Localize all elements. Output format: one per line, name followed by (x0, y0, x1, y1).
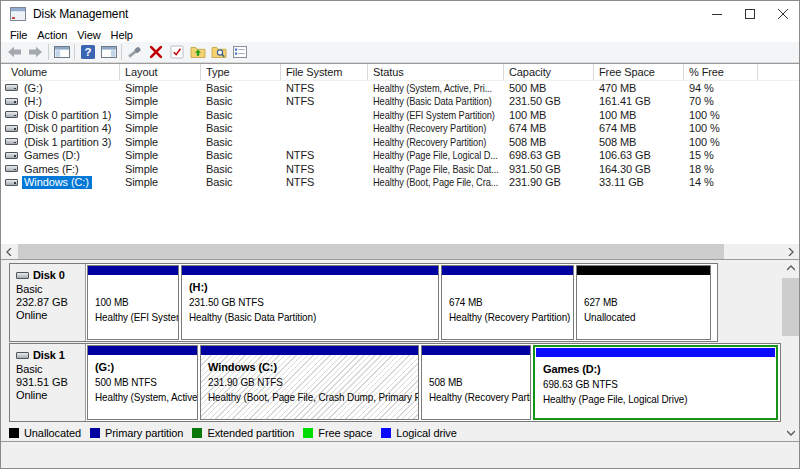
disk-label[interactable]: Disk 0Basic232.87 GBOnline (10, 264, 86, 341)
properties-icon[interactable] (229, 42, 250, 62)
scroll-right-arrow[interactable] (783, 244, 799, 259)
volume-row[interactable]: Games (D:)SimpleBasicNTFSHealthy (Page F… (1, 149, 799, 163)
disk-label[interactable]: Disk 1Basic931.51 GBOnline (10, 344, 86, 421)
partition-status: Healthy (Recovery Partit (429, 390, 530, 405)
column-header-file-system[interactable]: File System (281, 64, 368, 80)
column-header-layout[interactable]: Layout (120, 64, 201, 80)
menu-help[interactable]: Help (106, 27, 138, 42)
volume-row[interactable]: Windows (C:)SimpleBasicNTFSHealthy (Boot… (1, 176, 799, 190)
partition-type-bar (422, 346, 530, 355)
menu-view[interactable]: View (72, 27, 105, 42)
column-header-free-space[interactable]: Free Space (594, 64, 684, 80)
explore-icon[interactable] (208, 42, 229, 62)
cell: 100 MB (504, 109, 594, 121)
cell: Simple (120, 163, 201, 175)
partition-size: 231.50 GB NTFS (189, 295, 264, 310)
disk-size: 232.87 GB (16, 296, 85, 309)
volume-icon (5, 125, 18, 132)
volume-icon (5, 179, 18, 186)
partition-status: Healthy (Recovery Partition) (449, 310, 570, 325)
legend-unallocated: Unallocated (9, 427, 81, 439)
delete-volume-icon[interactable] (145, 42, 166, 62)
cell: 100 % (684, 122, 758, 134)
show-action-pane-icon[interactable] (98, 42, 119, 62)
cell: Healthy (Recovery Partition) (368, 136, 504, 148)
cell: NTFS (281, 95, 368, 107)
cell: 231.50 GB (504, 95, 594, 107)
vertical-scrollbar[interactable] (782, 260, 799, 441)
toolbar-separator (48, 44, 49, 60)
cell: NTFS (281, 163, 368, 175)
partition-name: Windows (C:) (208, 360, 418, 375)
volume-icon (5, 84, 18, 91)
column-header-status[interactable]: Status (368, 64, 504, 80)
open-icon[interactable] (187, 42, 208, 62)
column-header-volume[interactable]: Volume (1, 64, 120, 80)
partition-name: Games (D:) (543, 362, 775, 377)
partition-status: Healthy (EFI System (95, 310, 178, 325)
cell: Basic (201, 176, 281, 188)
scroll-up-arrow[interactable] (782, 260, 799, 276)
partition[interactable]: Games (D:)698.63 GB NTFSHealthy (Page Fi… (533, 345, 778, 420)
mark-active-icon[interactable] (166, 42, 187, 62)
cell: 470 MB (594, 82, 684, 94)
format-tool-icon[interactable] (124, 42, 145, 62)
legend-label: Free space (318, 427, 372, 439)
cell: Healthy (System, Active, Pri... (368, 82, 504, 94)
table-header: VolumeLayoutTypeFile SystemStatusCapacit… (1, 64, 799, 81)
menu-file[interactable]: File (5, 27, 32, 42)
column-header--free[interactable]: % Free (684, 64, 758, 80)
horizontal-scrollbar[interactable] (1, 244, 799, 259)
volume-row[interactable]: (Disk 0 partition 1)SimpleBasicHealthy (… (1, 108, 799, 122)
partition-type-bar (88, 346, 197, 355)
scrollbar-thumb[interactable] (18, 244, 724, 259)
show-console-tree-icon[interactable] (51, 42, 72, 62)
volume-row[interactable]: (Disk 1 partition 3)SimpleBasicHealthy (… (1, 135, 799, 149)
minimize-button[interactable] (700, 1, 733, 27)
disk-name: Disk 1 (33, 349, 65, 362)
partition[interactable]: 100 MBHealthy (EFI System (87, 265, 179, 340)
volume-row[interactable]: (G:)SimpleBasicNTFSHealthy (System, Acti… (1, 81, 799, 95)
cell: Simple (120, 176, 201, 188)
toolbar-separator (121, 44, 122, 60)
column-header-type[interactable]: Type (201, 64, 281, 80)
cell: 100 MB (594, 109, 684, 121)
close-button[interactable] (766, 1, 799, 27)
partition[interactable]: (G:)500 MB NTFSHealthy (System, Active, (87, 345, 198, 420)
column-header-capacity[interactable]: Capacity (504, 64, 594, 80)
partition-size: 231.90 GB NTFS (208, 375, 283, 390)
disk-size: 931.51 GB (16, 376, 85, 389)
legend-free-space: Free space (303, 427, 372, 439)
partition-status: Healthy (Basic Data Partition) (189, 310, 316, 325)
cell: 161.41 GB (594, 95, 684, 107)
scrollbar-thumb[interactable] (782, 278, 799, 336)
cell: Healthy (Recovery Partition) (368, 122, 504, 134)
cell: 674 MB (594, 122, 684, 134)
cell: 674 MB (504, 122, 594, 134)
partition[interactable]: (H:)231.50 GB NTFSHealthy (Basic Data Pa… (181, 265, 439, 340)
volume-row[interactable]: (H:)SimpleBasicNTFSHealthy (Basic Data P… (1, 95, 799, 109)
disk-type: Basic (16, 283, 85, 296)
help-icon[interactable]: ? (77, 42, 98, 62)
volume-name: (H:) (24, 95, 42, 107)
menu-action[interactable]: Action (32, 27, 72, 42)
volume-icon (5, 165, 18, 172)
cell: 70 % (684, 95, 758, 107)
partition[interactable]: Windows (C:)231.90 GB NTFSHealthy (Boot,… (200, 345, 419, 420)
cell: Basic (201, 136, 281, 148)
scroll-down-arrow[interactable] (782, 425, 799, 441)
volume-row[interactable]: (Disk 0 partition 4)SimpleBasicHealthy (… (1, 122, 799, 136)
partition-name (449, 280, 573, 295)
forward-icon[interactable] (25, 42, 46, 62)
partition[interactable]: 674 MBHealthy (Recovery Partition) (441, 265, 574, 340)
partition-type-bar (577, 266, 710, 275)
cell: 106.63 GB (594, 149, 684, 161)
back-icon[interactable] (4, 42, 25, 62)
scroll-left-arrow[interactable] (1, 244, 17, 259)
legend-label: Extended partition (207, 427, 294, 439)
graphical-view-pane: Disk 0Basic232.87 GBOnline100 MBHealthy … (1, 260, 799, 442)
partition[interactable]: 508 MBHealthy (Recovery Partit (421, 345, 531, 420)
volume-row[interactable]: Games (F:)SimpleBasicNTFSHealthy (Page F… (1, 162, 799, 176)
partition[interactable]: 627 MBUnallocated (576, 265, 711, 340)
maximize-button[interactable] (733, 1, 766, 27)
